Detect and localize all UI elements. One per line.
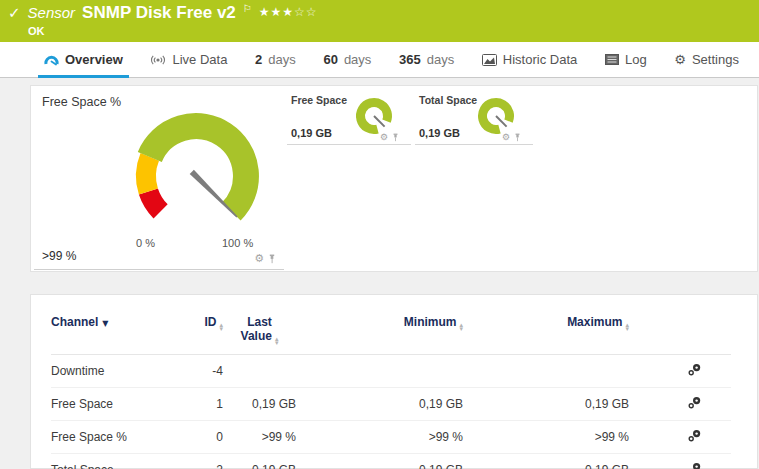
- channel-table: Channel▼ ID▴▾ Last Value▴▾ Minimum▴▾ Max…: [51, 311, 731, 469]
- cell-edit: [629, 421, 731, 454]
- status-check-icon: ✓: [8, 4, 21, 22]
- prtg-sensor-page: ✓ Sensor SNMP Disk Free v2 ⚐ ★★★☆☆ OK Ov…: [0, 0, 759, 469]
- gauge-settings-gear-icon[interactable]: ⚙: [380, 133, 388, 142]
- table-row: Free Space % 0 >99 % >99 % >99 %: [51, 421, 731, 454]
- cell-channel[interactable]: Downtime: [51, 355, 186, 388]
- tab-60-days[interactable]: 60 days: [317, 42, 377, 77]
- gauge-icon: [44, 54, 59, 66]
- gauge-title: Free Space: [291, 94, 347, 106]
- status-badge: OK: [28, 25, 45, 37]
- cell-last-value: >99 %: [223, 421, 296, 454]
- channel-settings-icon[interactable]: [688, 429, 701, 442]
- broadcast-icon: [150, 54, 166, 66]
- tab-2-days[interactable]: 2 days: [249, 42, 302, 77]
- cell-last-value: [223, 355, 296, 388]
- cell-maximum: 0,19 GB: [463, 454, 629, 469]
- cell-maximum: >99 %: [463, 421, 629, 454]
- channel-settings-icon[interactable]: [688, 396, 701, 409]
- cell-id: -4: [186, 355, 223, 388]
- sensor-title: SNMP Disk Free v2: [82, 3, 236, 23]
- cell-last-value: 0,19 GB: [223, 388, 296, 421]
- cell-id: 1: [186, 388, 223, 421]
- cell-edit: [629, 454, 731, 469]
- channel-table-panel: Channel▼ ID▴▾ Last Value▴▾ Minimum▴▾ Max…: [30, 294, 758, 469]
- gauge-band-error: [148, 192, 160, 212]
- pin-icon[interactable]: [392, 133, 399, 142]
- column-header-last-value[interactable]: Last Value▴▾: [223, 311, 296, 355]
- cell-maximum: [463, 355, 629, 388]
- priority-stars[interactable]: ★★★☆☆: [259, 5, 318, 19]
- gauge-tile-free-space: Free Space 0,19 GB ⚙: [287, 88, 411, 145]
- gauge-settings-gear-icon[interactable]: ⚙: [254, 253, 264, 264]
- overview-gauges-panel: Free Space % 0 % 100 % >99 % ⚙ Free S: [30, 85, 758, 272]
- tab-label: Log: [625, 52, 647, 67]
- gauge-tile-free-space-pct: Free Space % 0 % 100 % >99 % ⚙: [34, 88, 284, 270]
- table-row: Free Space 1 0,19 GB 0,19 GB 0,19 GB: [51, 388, 731, 421]
- cell-minimum: 0,19 GB: [296, 454, 463, 469]
- table-row: Downtime -4: [51, 355, 731, 388]
- gauge-band-ok: [150, 126, 246, 211]
- tab-live-data[interactable]: Live Data: [144, 42, 233, 77]
- table-header-row: Channel▼ ID▴▾ Last Value▴▾ Minimum▴▾ Max…: [51, 311, 731, 355]
- sort-icon: ▴▾: [625, 323, 629, 331]
- tab-bar: Overview Live Data 2 days 60 days 365 da…: [0, 42, 759, 78]
- cell-id: 0: [186, 421, 223, 454]
- tab-label: Overview: [65, 52, 123, 67]
- cell-edit: [629, 355, 731, 388]
- cell-minimum: >99 %: [296, 421, 463, 454]
- sort-icon: ▴▾: [219, 323, 223, 331]
- cell-edit: [629, 388, 731, 421]
- tab-label: Historic Data: [503, 52, 577, 67]
- channel-settings-icon[interactable]: [688, 363, 701, 376]
- tab-historic-data[interactable]: Historic Data: [476, 42, 583, 77]
- tab-label: Settings: [692, 52, 739, 67]
- gauge-current-value: 0,19 GB: [291, 127, 332, 139]
- cell-last-value: 0,19 GB: [223, 454, 296, 469]
- sort-desc-icon: ▼: [102, 319, 108, 328]
- pin-icon[interactable]: [514, 133, 521, 142]
- tab-log[interactable]: Log: [599, 42, 653, 77]
- column-header-channel[interactable]: Channel▼: [51, 311, 186, 355]
- gauge-band-warning: [146, 157, 150, 192]
- gauge-max-label: 100 %: [222, 237, 253, 249]
- tab-settings[interactable]: ⚙ Settings: [668, 42, 745, 77]
- tab-overview[interactable]: Overview: [38, 42, 129, 77]
- column-header-id[interactable]: ID▴▾: [186, 311, 223, 355]
- cell-minimum: 0,19 GB: [296, 388, 463, 421]
- sort-icon: ▴▾: [275, 337, 279, 345]
- gauge-min-label: 0 %: [136, 237, 155, 249]
- flag-icon[interactable]: ⚐: [243, 3, 252, 14]
- table-row: Total Space 2 0,19 GB 0,19 GB 0,19 GB: [51, 454, 731, 469]
- gauge-tile-total-space: Total Space 0,19 GB ⚙: [415, 88, 533, 145]
- gauge-current-value: 0,19 GB: [419, 127, 460, 139]
- pin-icon[interactable]: [268, 254, 276, 264]
- cell-minimum: [296, 355, 463, 388]
- column-header-minimum[interactable]: Minimum▴▾: [296, 311, 463, 355]
- log-icon: [605, 54, 619, 65]
- column-header-maximum[interactable]: Maximum▴▾: [463, 311, 629, 355]
- gauge-current-value: >99 %: [42, 249, 76, 263]
- gear-icon: ⚙: [674, 53, 686, 66]
- tab-label: Live Data: [172, 52, 227, 67]
- area-chart-icon: [482, 54, 497, 66]
- cell-channel[interactable]: Free Space %: [51, 421, 186, 454]
- cell-maximum: 0,19 GB: [463, 388, 629, 421]
- gauge-title: Total Space: [419, 94, 477, 106]
- cell-channel[interactable]: Free Space: [51, 388, 186, 421]
- cell-channel[interactable]: Total Space: [51, 454, 186, 469]
- gauge-settings-gear-icon[interactable]: ⚙: [502, 133, 510, 142]
- sensor-kind-label: Sensor: [28, 4, 76, 21]
- sort-icon: ▴▾: [459, 323, 463, 331]
- sensor-header: ✓ Sensor SNMP Disk Free v2 ⚐ ★★★☆☆ OK: [0, 0, 759, 42]
- channel-settings-icon[interactable]: [688, 462, 701, 469]
- tab-365-days[interactable]: 365 days: [393, 42, 460, 77]
- cell-id: 2: [186, 454, 223, 469]
